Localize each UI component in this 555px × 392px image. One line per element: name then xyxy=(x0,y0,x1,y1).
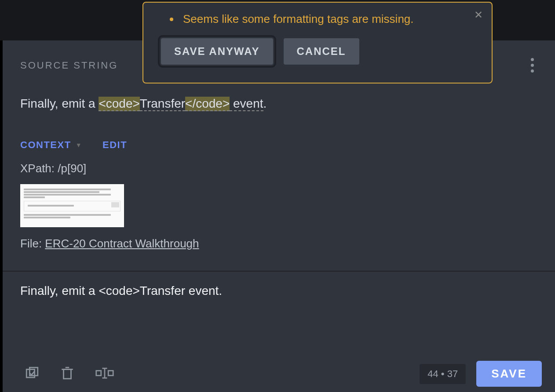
xpath-value: XPath: /p[90] xyxy=(3,151,555,175)
bullet-icon xyxy=(170,18,173,21)
svg-rect-2 xyxy=(64,369,71,378)
chevron-down-icon: ▼ xyxy=(76,142,82,149)
warning-message: Seems like some formatting tags are miss… xyxy=(183,12,414,26)
svg-rect-3 xyxy=(96,370,101,375)
edit-context-button[interactable]: EDIT xyxy=(102,139,127,151)
file-row: File: ERC-20 Contract Walkthrough xyxy=(3,227,555,250)
translation-panel: SOURCE STRING Finally, emit a <code>Tran… xyxy=(3,40,555,392)
more-menu-button[interactable] xyxy=(527,58,537,73)
trash-icon[interactable] xyxy=(60,366,75,382)
insert-tag-icon[interactable] xyxy=(95,366,114,382)
validation-warning-modal: ✕ Seems like some formatting tags are mi… xyxy=(142,2,493,83)
svg-rect-4 xyxy=(108,370,113,375)
save-anyway-button[interactable]: SAVE ANYWAY xyxy=(161,38,273,65)
code-open-tag: <code> xyxy=(99,97,139,111)
context-screenshot-thumbnail[interactable] xyxy=(20,184,124,227)
code-close-tag: </code> xyxy=(185,97,230,111)
translation-input[interactable]: Finally, emit a <code>Transfer event. xyxy=(3,272,555,298)
save-button[interactable]: SAVE xyxy=(476,361,542,387)
context-dropdown[interactable]: CONTEXT ▼ xyxy=(20,139,82,151)
source-string-label: SOURCE STRING xyxy=(20,60,118,71)
close-icon[interactable]: ✕ xyxy=(474,9,483,21)
copy-source-icon[interactable] xyxy=(25,366,40,382)
character-counter: 44 • 37 xyxy=(420,364,466,384)
cancel-button[interactable]: CANCEL xyxy=(284,38,359,65)
file-link[interactable]: ERC-20 Contract Walkthrough xyxy=(45,237,199,250)
